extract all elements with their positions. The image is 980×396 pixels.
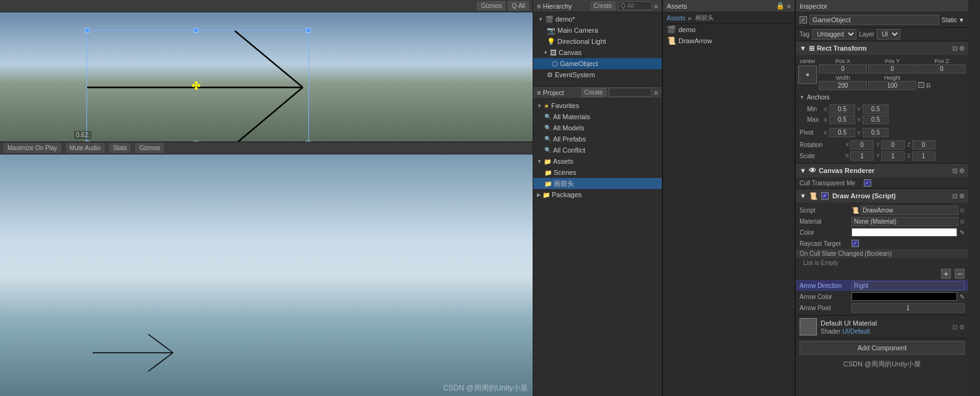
p-item-packages[interactable]: ▶ 📁 Packages xyxy=(533,189,662,200)
layer-select[interactable]: UI xyxy=(877,29,900,40)
draw-arrow-enabled-chk[interactable]: ✓ xyxy=(821,192,829,200)
rect-transform-body: center Pos X Pos Y xyxy=(796,55,968,163)
min-y-input[interactable] xyxy=(863,104,889,114)
rotation-label: Rotation xyxy=(800,141,844,148)
pivot-x-input[interactable] xyxy=(829,128,855,137)
hierarchy-menu-icon[interactable]: ≡ xyxy=(654,2,658,10)
max-y-input[interactable] xyxy=(863,115,889,124)
scale-y-label: Y xyxy=(876,153,880,159)
draw-arrow-title: Draw Arrow (Script) xyxy=(832,192,896,200)
height-input[interactable] xyxy=(868,81,916,90)
mute-audio-btn[interactable]: Mute Audio xyxy=(66,143,104,153)
stats-btn[interactable]: Stats xyxy=(109,143,131,153)
project-create-btn[interactable]: Create xyxy=(581,88,606,97)
transform-gizmo[interactable]: ✤ xyxy=(192,79,201,93)
max-y-sub: Y xyxy=(857,117,861,123)
rot-x-input[interactable] xyxy=(850,140,874,150)
hierarchy-search-input[interactable] xyxy=(618,1,652,11)
scene-view: Gizmos Q·All ✤ 0.62 xyxy=(0,0,533,142)
draw-arrow-menu-icon[interactable]: ⚙ xyxy=(959,193,965,200)
material-copy-icon[interactable]: ⊡ xyxy=(952,324,957,331)
scale-y-input[interactable] xyxy=(881,151,905,161)
arrow-color-edit-btn[interactable]: ✎ xyxy=(960,293,965,300)
h-item-main-camera[interactable]: 📷 Main Camera xyxy=(533,25,662,36)
min-x-input[interactable] xyxy=(829,104,855,114)
pivot-y-input[interactable] xyxy=(863,128,889,137)
draw-arrow-expand: ▼ xyxy=(800,192,806,200)
rect-transform-copy-icon[interactable]: ⊡ xyxy=(952,45,957,52)
rot-z-input[interactable] xyxy=(912,140,936,150)
p-item-scenes[interactable]: 📁 Scenes xyxy=(533,167,662,178)
assets-menu-icon[interactable]: ≡ xyxy=(787,2,791,10)
svg-line-4 xyxy=(148,334,173,353)
color-swatch[interactable] xyxy=(851,228,957,237)
h-item-canvas[interactable]: ▼ 🖼 Canvas xyxy=(533,47,662,58)
cull-transparent-checkbox[interactable]: ✓ xyxy=(864,179,871,187)
h-item-directional-light[interactable]: 💡 Directional Light xyxy=(533,36,662,47)
arrow-color-swatch[interactable] xyxy=(851,292,957,301)
assets-lock-icon[interactable]: 🔒 xyxy=(776,2,785,10)
arrow-direction-input[interactable] xyxy=(851,281,965,290)
h-item-eventsystem[interactable]: ⚙ EventSystem xyxy=(533,69,662,80)
material-input[interactable] xyxy=(851,217,958,226)
canvas-renderer-visible-icon[interactable]: 👁 xyxy=(809,166,816,175)
p-item-assets[interactable]: ▼ 📁 Assets xyxy=(533,156,662,167)
p-item-favorites[interactable]: ▼ ★ Favorites xyxy=(533,100,662,111)
minus-list-btn[interactable]: − xyxy=(955,269,965,279)
maximize-on-play-btn[interactable]: Maximize On Play xyxy=(4,143,61,153)
asset-item-demo[interactable]: 🎬 demo xyxy=(663,24,795,35)
material-select-icon[interactable]: ⊙ xyxy=(960,218,965,225)
script-select-icon[interactable]: ⊙ xyxy=(960,207,965,214)
static-dropdown-icon[interactable]: ▼ xyxy=(958,17,965,23)
color-edit-btn[interactable]: ✎ xyxy=(960,229,965,236)
pos-z-input[interactable] xyxy=(918,64,966,74)
material-thumbnail[interactable] xyxy=(800,318,817,335)
p-item-arrow-folder[interactable]: 📁 画箭头 xyxy=(533,178,662,189)
pos-y-input[interactable] xyxy=(868,64,916,74)
add-minus-row: + − xyxy=(796,268,968,280)
pos-x-input[interactable] xyxy=(819,64,867,74)
draw-arrow-header[interactable]: ▼ 📜 ✓ Draw Arrow (Script) ⊡ ⚙ xyxy=(796,189,968,203)
gameobject-icon: ⬡ xyxy=(552,60,558,68)
scene-canvas[interactable]: ✤ 0.62: xyxy=(0,12,533,141)
material-menu-icon[interactable]: ⚙ xyxy=(959,324,965,331)
h-item-demo[interactable]: ▼ 🎬 demo* xyxy=(533,14,662,25)
raycast-checkbox[interactable]: ✓ xyxy=(851,240,859,247)
hierarchy-create-btn[interactable]: Create xyxy=(591,1,615,11)
rot-y-input[interactable] xyxy=(881,140,905,150)
bread-assets[interactable]: Assets xyxy=(667,15,685,22)
p-item-all-conflict[interactable]: 🔍 All Conflict xyxy=(533,145,662,156)
add-component-button[interactable]: Add Component xyxy=(800,341,965,355)
draw-arrow-copy-icon[interactable]: ⊡ xyxy=(952,193,957,200)
add-list-btn[interactable]: + xyxy=(941,269,951,279)
rect-transform-menu-icon[interactable]: ⚙ xyxy=(959,45,965,52)
h-item-gameobject[interactable]: ⬡ GameObject xyxy=(533,58,662,69)
gizmos-game-btn[interactable]: Gizmos xyxy=(135,143,164,153)
max-x-input[interactable] xyxy=(829,115,855,124)
constrain-icon[interactable]: ⊡ xyxy=(918,80,925,90)
p-item-all-models[interactable]: 🔍 All Models xyxy=(533,122,662,133)
canvas-renderer-copy-icon[interactable]: ⊡ xyxy=(952,167,957,174)
p-item-all-prefabs[interactable]: 🔍 All Prefabs xyxy=(533,133,662,145)
canvas-renderer-header[interactable]: ▼ 👁 Canvas Renderer ⊡ ⚙ xyxy=(796,164,968,177)
asset-item-draw-arrow[interactable]: 📜 DrawArrow xyxy=(663,35,795,46)
p-item-all-materials[interactable]: 🔍 All Materials xyxy=(533,111,662,122)
all-button[interactable]: Q·All xyxy=(508,1,529,11)
anchor-visual[interactable] xyxy=(798,65,817,84)
gizmos-button[interactable]: Gizmos xyxy=(477,1,505,11)
rect-transform-header[interactable]: ▼ ⊞ Rect Transform ⊡ ⚙ xyxy=(796,41,968,55)
arrow-pixel-input[interactable] xyxy=(851,303,965,313)
canvas-renderer-menu-icon[interactable]: ⚙ xyxy=(959,167,965,174)
go-name-input[interactable] xyxy=(809,15,939,25)
scale-x-input[interactable] xyxy=(850,151,874,161)
resize-icon[interactable]: R xyxy=(926,83,931,90)
tag-select[interactable]: Untagged xyxy=(812,29,856,40)
layer-label: Layer xyxy=(859,31,874,38)
anchors-tri[interactable]: ▼ xyxy=(800,95,805,100)
project-menu-icon[interactable]: ≡ xyxy=(654,89,658,96)
scale-z-input[interactable] xyxy=(912,151,936,161)
shader-value[interactable]: UI/Default xyxy=(842,328,869,335)
width-input[interactable] xyxy=(819,81,867,90)
go-active-checkbox[interactable]: ✓ xyxy=(800,16,807,23)
project-search-input[interactable] xyxy=(609,88,652,97)
